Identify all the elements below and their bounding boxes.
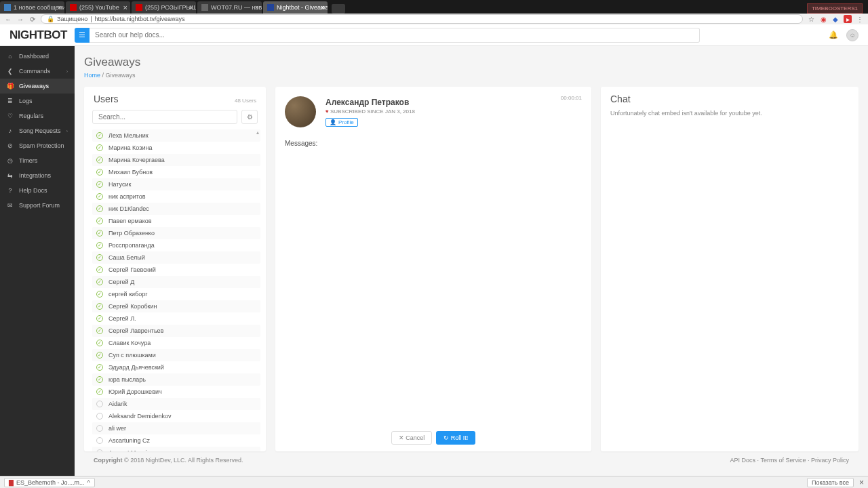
download-item[interactable]: ▇ ES_Behemoth - Jo....m... ^ xyxy=(4,478,95,487)
sidebar-item-regulars[interactable]: ♡Regulars xyxy=(0,108,75,123)
help-search-input[interactable] xyxy=(90,28,700,43)
user-row[interactable]: Aleksandr Demidenkov xyxy=(92,410,260,422)
nav-icon: ♡ xyxy=(7,113,14,119)
sidebar-item-dashboard[interactable]: ⌂Dashboard xyxy=(0,49,75,64)
new-tab-button[interactable] xyxy=(332,4,345,14)
close-tab-icon[interactable]: × xyxy=(58,3,62,12)
ext-red-icon[interactable]: ◉ xyxy=(819,15,827,23)
chevron-right-icon: › xyxy=(66,69,68,74)
eligible-icon: ✓ xyxy=(96,193,103,200)
eligible-icon: ✓ xyxy=(96,279,103,285)
browser-tab[interactable]: (255) РОЗЫГРЫШ ГОЛ...× xyxy=(132,1,196,14)
user-row[interactable]: ✓Петр Образенко xyxy=(92,227,260,239)
user-row[interactable]: ✓Сергей Гаевский xyxy=(92,264,260,276)
ineligible-icon xyxy=(96,401,103,407)
user-row[interactable]: ✓ник аспритов xyxy=(92,190,260,203)
menu-icon[interactable]: ⋮ xyxy=(856,15,864,23)
breadcrumb-home[interactable]: Home xyxy=(84,72,100,79)
user-row[interactable]: ✓Павел ермаков xyxy=(92,215,260,227)
close-tab-icon[interactable]: × xyxy=(189,3,193,12)
user-row[interactable]: ✓Сергей Л. xyxy=(92,312,260,325)
sidebar-item-song-requests[interactable]: ♪Song Requests› xyxy=(0,123,75,138)
nav-icon: ⊘ xyxy=(7,142,14,149)
nav-icon: ? xyxy=(7,187,14,194)
browser-tab[interactable]: (255) YouTube× xyxy=(66,1,130,14)
favicon-icon xyxy=(267,4,274,11)
star-icon[interactable]: ☆ xyxy=(807,15,815,23)
user-row[interactable]: ✓Леха Мельник xyxy=(92,129,260,142)
lock-icon: 🔒 xyxy=(47,16,54,22)
heart-icon: ♥ xyxy=(326,108,329,115)
user-row[interactable]: ✓Сергей Коробкин xyxy=(92,300,260,312)
user-row[interactable]: ✓Марина Козина xyxy=(92,142,260,154)
ext-play-icon[interactable]: ▸ xyxy=(844,15,852,23)
cancel-button[interactable]: ✕ Cancel xyxy=(391,431,433,445)
roll-button[interactable]: ↻ Roll It! xyxy=(436,431,475,445)
nav-icon: ♪ xyxy=(7,127,14,134)
url-field[interactable]: 🔒 Защищено | https://beta.nightbot.tv/gi… xyxy=(41,14,803,24)
user-row[interactable]: ✓Саша Белый xyxy=(92,251,260,264)
user-row[interactable]: ✓Суп с плюшками xyxy=(92,349,260,361)
file-icon: ▇ xyxy=(9,479,14,486)
lock-label: Защищено xyxy=(57,16,87,22)
ineligible-icon xyxy=(96,413,103,420)
sidebar-item-commands[interactable]: ❮Commands› xyxy=(0,64,75,79)
user-row[interactable]: ✓Михаил Бубнов xyxy=(92,166,260,178)
logo: NightBot xyxy=(9,28,71,42)
eligible-icon: ✓ xyxy=(96,144,103,151)
user-row[interactable]: ✓юра пысларь xyxy=(92,373,260,386)
close-tab-icon[interactable]: × xyxy=(255,3,259,12)
eligible-icon: ✓ xyxy=(96,181,103,188)
browser-tab[interactable]: 1 новое сообщение× xyxy=(0,1,64,14)
users-settings-button[interactable]: ⚙ xyxy=(241,110,258,124)
user-row[interactable]: ✓Славик Кочура xyxy=(92,337,260,349)
sidebar-item-help-docs[interactable]: ?Help Docs xyxy=(0,183,75,198)
search-icon[interactable]: ☰ xyxy=(75,28,90,43)
favicon-icon xyxy=(201,4,208,11)
browser-tab[interactable]: Nightbot - Giveaways× xyxy=(263,1,328,14)
user-row[interactable]: Ascartuning Cz xyxy=(92,434,260,447)
close-downloads-bar[interactable]: × xyxy=(859,478,864,487)
eligible-icon: ✓ xyxy=(96,218,103,224)
reload-button[interactable]: ⟳ xyxy=(28,16,37,23)
sidebar-item-spam-protection[interactable]: ⊘Spam Protection xyxy=(0,138,75,153)
winner-avatar xyxy=(285,96,316,127)
user-row[interactable]: ✓ник D1Кlandес xyxy=(92,203,260,215)
chevron-right-icon: › xyxy=(66,129,68,134)
sidebar-item-giveaways[interactable]: 🎁Giveaways xyxy=(0,79,75,94)
sidebar-item-integrations[interactable]: ⇆Integrations xyxy=(0,168,75,183)
back-button[interactable]: ← xyxy=(4,16,12,23)
users-list[interactable]: ▴ ✓Леха Мельник✓Марина Козина✓Марина Коч… xyxy=(84,129,266,451)
users-search-input[interactable] xyxy=(92,110,237,124)
user-row[interactable]: ✓Сергей Д xyxy=(92,276,260,288)
browser-tab-strip: 1 новое сообщение×(255) YouTube×(255) РО… xyxy=(0,0,868,14)
close-tab-icon[interactable]: × xyxy=(123,3,127,12)
sidebar-item-timers[interactable]: ◷Timers xyxy=(0,153,75,168)
forward-button[interactable]: → xyxy=(16,16,24,23)
footer-links[interactable]: API Docs · Terms of Service · Privacy Po… xyxy=(730,457,849,464)
sidebar-item-support-forum[interactable]: ✉Support Forum xyxy=(0,198,75,213)
user-row[interactable]: ✓сергей киборг xyxy=(92,288,260,300)
user-row[interactable]: ✓Марина Кочергаева xyxy=(92,154,260,166)
profile-button[interactable]: 👤Profile xyxy=(326,118,358,127)
page-title: Giveaways xyxy=(84,56,859,69)
show-all-downloads[interactable]: Показать все xyxy=(807,478,854,487)
user-row[interactable]: ✓Эдуард Дьячевский xyxy=(92,361,260,373)
user-row[interactable]: ✓Росспропаганда xyxy=(92,239,260,251)
user-row[interactable]: Azamat Mussin xyxy=(92,447,260,451)
sidebar-item-logs[interactable]: ≣Logs xyxy=(0,94,75,108)
ineligible-icon xyxy=(96,437,103,444)
user-avatar[interactable]: ☺ xyxy=(846,29,859,41)
eligible-icon: ✓ xyxy=(96,132,103,139)
close-tab-icon[interactable]: × xyxy=(321,3,325,12)
chat-title: Chat xyxy=(610,94,631,104)
user-row[interactable]: Aidarik xyxy=(92,398,260,410)
user-row[interactable]: ✓Юрий Дорошкевич xyxy=(92,386,260,398)
notifications-icon[interactable]: 🔔 xyxy=(829,30,838,39)
user-row[interactable]: ✓Натусик xyxy=(92,178,260,190)
browser-tab[interactable]: WOT07.RU — новый с...× xyxy=(197,1,262,14)
downloads-bar: ▇ ES_Behemoth - Jo....m... ^ Показать вс… xyxy=(0,476,868,488)
user-row[interactable]: ali wer xyxy=(92,422,260,434)
ext-blue-icon[interactable]: ◆ xyxy=(831,15,840,23)
user-row[interactable]: ✓Сергей Лаврентьев xyxy=(92,325,260,337)
